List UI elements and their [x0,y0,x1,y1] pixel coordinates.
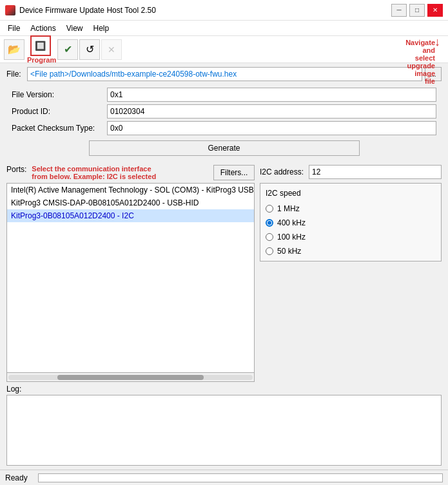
list-item[interactable]: Intel(R) Active Management Technology - … [7,184,254,196]
status-bar: Ready [0,470,448,485]
product-id-input[interactable] [107,104,436,119]
ports-header: Ports: Select the communication interfac… [6,165,255,180]
speed-100khz-row[interactable]: 100 kHz [266,233,436,242]
speed-50khz-row[interactable]: 50 kHz [266,247,436,256]
open-button[interactable]: 📂 [4,39,24,60]
program-icon: 🔲 [35,41,46,51]
verify-icon: ✔ [64,43,72,55]
window-controls: ─ □ ✕ [391,4,443,17]
file-version-row: File Version: [6,88,442,102]
speed-1mhz-radio[interactable] [266,205,273,213]
log-label: Log: [6,385,442,394]
checksum-type-label: Packet Checksum Type: [12,124,102,133]
file-version-label: File Version: [12,90,102,99]
progress-bar [38,473,443,482]
scrollbar-thumb[interactable] [57,375,204,380]
menu-actions[interactable]: Actions [25,23,61,34]
reset-button[interactable]: ↺ [79,39,100,60]
menu-help[interactable]: Help [88,23,115,34]
file-path-input[interactable] [27,67,422,81]
list-item[interactable]: KitProg3 CMSIS-DAP-0B08105A012D2400 - US… [7,196,254,209]
app-icon [5,5,15,15]
log-area [6,395,442,466]
i2c-address-input[interactable] [309,165,442,179]
ports-hint: Select the communication interface from … [32,165,208,180]
menu-file[interactable]: File [3,23,25,34]
filters-button[interactable]: Filters... [213,165,255,180]
folder-icon: 📂 [8,43,21,55]
speed-400khz-row[interactable]: 400 kHz [266,218,436,227]
checksum-type-row: Packet Checksum Type: [6,121,442,135]
toolbar: 📂 🔲 Program ✔ ↺ ✕ Navigate and select up… [0,36,448,63]
maximize-button[interactable]: □ [409,4,425,17]
file-label: File: [6,70,24,79]
toolbar-hint: Navigate and select upgrade image file [405,39,435,85]
stop-icon: ✕ [108,44,115,55]
ports-label: Ports: [6,165,26,174]
toolbar-hint-arrow: ↓ [434,36,440,48]
minimize-button[interactable]: ─ [391,4,407,17]
reset-icon: ↺ [86,43,94,55]
title-bar-text: Device Firmware Update Host Tool 2.50 [19,6,391,15]
i2c-section: I2C address: I2C speed 1 MHz 400 kHz 100… [260,165,442,382]
file-row: File: ... [6,67,442,81]
i2c-address-row: I2C address: [260,165,442,179]
program-button[interactable]: 🔲 [30,35,51,56]
form-section: File Version: Product ID: Packet Checksu… [6,84,442,162]
speed-400khz-label: 400 kHz [277,218,306,227]
speed-100khz-label: 100 kHz [277,233,306,242]
verify-button[interactable]: ✔ [57,39,78,60]
speed-100khz-radio[interactable] [266,233,273,241]
close-button[interactable]: ✕ [427,4,443,17]
checksum-type-input[interactable] [107,121,436,135]
ports-list[interactable]: Intel(R) Active Management Technology - … [6,183,255,373]
log-section: Log: [6,385,442,466]
i2c-speed-box: I2C speed 1 MHz 400 kHz 100 kHz 50 kHz [260,183,442,262]
generate-btn-row: Generate [6,138,442,158]
speed-50khz-label: 50 kHz [277,247,301,256]
speed-1mhz-row[interactable]: 1 MHz [266,204,436,213]
main-content: File: ... File Version: Product ID: Pack… [0,63,448,470]
file-version-input[interactable] [107,88,436,102]
program-label: Program [27,56,56,64]
speed-50khz-radio[interactable] [266,247,273,255]
menu-bar: File Actions View Help [0,21,448,36]
generate-button[interactable]: Generate [89,140,360,156]
speed-400khz-radio[interactable] [266,219,273,227]
i2c-speed-title: I2C speed [266,189,436,198]
ports-scrollbar[interactable] [6,373,255,382]
ports-section: Ports: Select the communication interfac… [6,165,255,382]
product-id-label: Product ID: [12,107,102,116]
speed-1mhz-label: 1 MHz [277,204,300,213]
i2c-address-label: I2C address: [260,167,304,176]
product-id-row: Product ID: [6,104,442,119]
scrollbar-track[interactable] [8,375,253,380]
stop-button[interactable]: ✕ [101,39,122,60]
menu-view[interactable]: View [61,23,88,34]
title-bar: Device Firmware Update Host Tool 2.50 ─ … [0,0,448,21]
status-text: Ready [5,473,28,482]
ports-i2c-section: Ports: Select the communication interfac… [6,165,442,382]
list-item[interactable]: KitProg3-0B08105A012D2400 - I2C [7,209,254,222]
